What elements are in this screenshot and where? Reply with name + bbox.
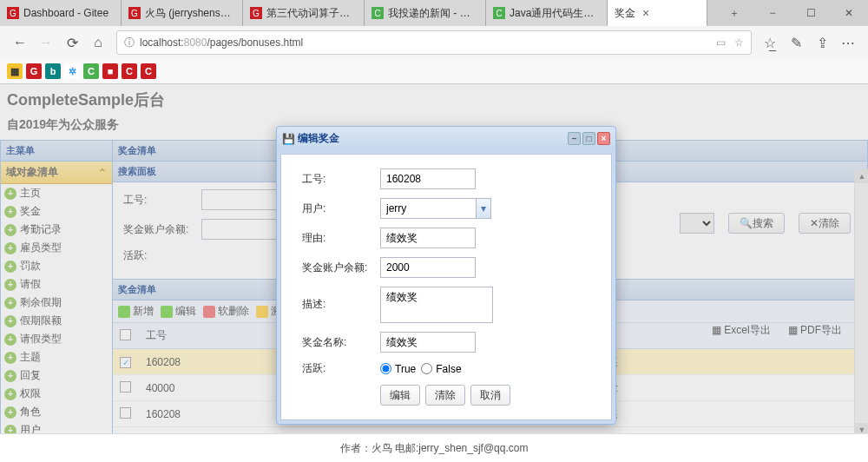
- dlg-name-label: 奖金名称:: [302, 335, 380, 350]
- address-bar[interactable]: ⓘ localhost:8080/pages/bonuses.html ▭ ☆: [116, 30, 752, 55]
- page: CompleteSample后台 自2019年为公众服务 主菜单 域对象清单⌃ …: [0, 84, 868, 462]
- window-maximize[interactable]: ☐: [792, 0, 830, 26]
- bookmark-item[interactable]: ✲: [64, 63, 80, 79]
- dlg-false-label: False: [436, 363, 461, 375]
- address-row: ← → ⟳ ⌂ ⓘ localhost:8080/pages/bonuses.h…: [0, 26, 868, 59]
- bookmark-item[interactable]: b: [45, 63, 61, 79]
- dialog-title: 编辑奖金: [298, 131, 339, 146]
- bookmark-item[interactable]: G: [26, 63, 42, 79]
- dlg-user-input[interactable]: [380, 198, 476, 219]
- bookmark-item[interactable]: ▦: [7, 63, 23, 79]
- tab-5-active[interactable]: 奖金×: [608, 0, 707, 26]
- url-host: localhost:8080/pages/bonuses.html: [140, 36, 303, 49]
- save-icon: 💾: [282, 133, 294, 145]
- dlg-name-input[interactable]: [380, 332, 476, 353]
- dlg-active-label: 活跃:: [302, 361, 380, 376]
- tab-0[interactable]: GDashboard - Gitee: [0, 0, 122, 26]
- window-minimize[interactable]: −: [753, 0, 792, 26]
- share-icon[interactable]: ⇪: [809, 30, 835, 56]
- dlg-clear-button[interactable]: 清除: [425, 385, 465, 406]
- dlg-bal-label: 奖金账户余额:: [302, 261, 380, 275]
- dlg-edit-button[interactable]: 编辑: [380, 385, 420, 406]
- window-close[interactable]: ✕: [830, 0, 868, 26]
- menu-icon[interactable]: ⋯: [835, 30, 861, 56]
- dlg-reason-input[interactable]: [380, 228, 476, 248]
- dlg-reason-label: 理由:: [302, 231, 380, 246]
- dialog-maximize[interactable]: □: [582, 132, 595, 145]
- dialog-close[interactable]: ×: [597, 132, 610, 145]
- info-icon: ⓘ: [124, 36, 135, 50]
- home-button[interactable]: ⌂: [85, 30, 111, 56]
- reader-icon[interactable]: ▭: [716, 36, 726, 49]
- tab-4[interactable]: CJava通用代码生成器光: [486, 0, 608, 26]
- back-button[interactable]: ←: [7, 30, 33, 56]
- dlg-id-input[interactable]: [380, 168, 476, 189]
- star-icon[interactable]: ☆: [734, 36, 744, 49]
- dlg-radio-true[interactable]: [380, 363, 391, 374]
- dlg-radio-false[interactable]: [421, 363, 432, 374]
- dialog-minimize[interactable]: –: [568, 132, 581, 145]
- close-icon[interactable]: ×: [642, 6, 649, 20]
- dlg-id-label: 工号:: [302, 172, 380, 187]
- footer: 作者：火鸟 电邮:jerry_shen_sjf@qq.com: [0, 433, 868, 462]
- dlg-cancel-button[interactable]: 取消: [470, 385, 510, 406]
- tabs-row: GDashboard - Gitee G火鸟 (jerryshensjf) - …: [0, 0, 868, 26]
- bookmark-item[interactable]: ■: [102, 63, 118, 79]
- forward-button[interactable]: →: [33, 30, 59, 56]
- dlg-desc-label: 描述:: [302, 297, 380, 312]
- notes-icon[interactable]: ✎: [783, 30, 809, 56]
- browser-chrome: GDashboard - Gitee G火鸟 (jerryshensjf) - …: [0, 0, 868, 84]
- edit-dialog: 💾 编辑奖金 – □ × 工号: 用户: ▾ 理由: 奖金账户余额: 描述:绩效…: [276, 126, 616, 425]
- dlg-desc-input[interactable]: 绩效奖: [380, 287, 493, 323]
- tab-1[interactable]: G火鸟 (jerryshensjf) - Git: [122, 0, 243, 26]
- bookmarks-bar: ▦ G b ✲ C ■ C C: [0, 59, 868, 83]
- dialog-body: 工号: 用户: ▾ 理由: 奖金账户余额: 描述:绩效奖 奖金名称: 活跃: T…: [280, 154, 612, 420]
- favorites-icon[interactable]: ☆̲: [757, 30, 783, 56]
- new-tab-button[interactable]: ＋: [715, 0, 753, 26]
- dialog-header[interactable]: 💾 编辑奖金 – □ ×: [277, 127, 615, 150]
- dlg-user-label: 用户:: [302, 201, 380, 216]
- tab-2[interactable]: G第三代动词算子式代码: [243, 0, 365, 26]
- refresh-button[interactable]: ⟳: [59, 30, 85, 56]
- bookmark-item[interactable]: C: [83, 63, 99, 79]
- dlg-true-label: True: [395, 363, 416, 375]
- dlg-bal-input[interactable]: [380, 257, 476, 278]
- bookmark-item[interactable]: C: [122, 63, 137, 79]
- chevron-down-icon[interactable]: ▾: [476, 198, 491, 219]
- tab-3[interactable]: C我投递的新闻 - MS&A(: [365, 0, 486, 26]
- bookmark-item[interactable]: C: [141, 63, 156, 79]
